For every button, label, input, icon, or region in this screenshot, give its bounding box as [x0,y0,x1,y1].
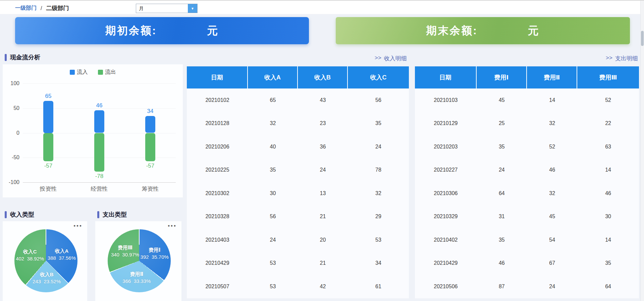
pie-slice-value: 388 37.56% [48,254,76,261]
expense-table: 日期费用Ⅰ费用Ⅱ费用Ⅲ 2021010345145220210129253222… [415,66,639,298]
income-pie-chart[interactable]: 收入A388 37.56%收入B243 23.52%收入C402 38.92% [14,229,77,292]
value-cell: 56 [348,97,409,103]
x-axis-label: 筹资性 [133,185,167,193]
value-cell: 21 [298,214,348,220]
opening-balance-banner: 期初余额: 元 [15,17,309,44]
bar-value-label: 46 [89,102,109,109]
legend-item-流出[interactable]: 流出 [98,69,116,76]
table-row: 20210227244614 [415,159,639,182]
value-cell: 24 [298,167,348,173]
value-cell: 67 [527,260,577,266]
table-row: 20210403242053 [187,228,409,252]
value-cell: 14 [577,167,639,173]
date-cell: 20210206 [187,144,248,150]
cashflow-section-title: 现金流分析 [5,53,40,61]
value-cell: 64 [477,190,527,196]
expense-pie-card: ••• 费用Ⅰ392 35.70%费用Ⅱ366 33.33%费用Ⅲ340 30.… [95,221,181,301]
expense-detail-link[interactable]: >> 支出明细 [606,55,638,62]
pie-slice-value: 243 23.52% [33,278,61,285]
date-cell: 20210507 [187,284,248,290]
bar-流入-筹资性[interactable] [145,116,155,133]
y-axis-tick: 100 [3,80,19,87]
value-cell: 65 [248,97,298,103]
vertical-scrollbar[interactable] [640,1,644,301]
pie-slice-name: 收入C [16,248,44,255]
value-cell: 20 [298,237,348,243]
income-detail-link[interactable]: >> 收入明细 [375,55,407,62]
value-cell: 36 [298,144,348,150]
value-cell: 25 [477,120,527,126]
pie-slice-label-费用Ⅱ: 费用Ⅱ366 33.33% [122,270,151,285]
section-marker [5,211,7,218]
bar-流入-投资性[interactable] [43,101,53,133]
chevron-down-icon[interactable]: ▼ [188,4,197,13]
value-cell: 32 [348,190,409,196]
bar-流出-筹资性[interactable] [145,133,155,161]
bar-value-label: 65 [38,93,58,100]
top-bar: 一级部门 / 二级部门 月 ▼ [0,1,644,14]
bar-流出-经营性[interactable] [94,133,104,172]
income-detail-link-label: 收入明细 [384,55,407,62]
column-header: 收入C [348,66,409,88]
date-cell: 20210306 [415,190,477,196]
value-cell: 34 [348,260,409,266]
value-cell: 53 [248,284,298,290]
date-cell: 20210203 [415,144,477,150]
date-cell: 20210103 [415,97,477,103]
table-row: 20210329314530 [415,205,639,229]
breadcrumb-level1-link[interactable]: 一级部门 [15,5,37,12]
value-cell: 52 [527,144,577,150]
value-cell: 23 [298,120,348,126]
value-cell: 24 [477,167,527,173]
ellipsis-menu-icon[interactable]: ••• [73,223,83,229]
table-row: 20210225352478 [187,159,409,182]
expense-pie-chart[interactable]: 费用Ⅰ392 35.70%费用Ⅱ366 33.33%费用Ⅲ340 30.97% [108,229,171,292]
legend-label: 流出 [105,69,116,76]
closing-balance-label: 期末余额: [426,23,478,38]
table-row: 20210103451452 [415,88,639,112]
table-row: 20210206403624 [187,135,409,159]
value-cell: 54 [527,237,577,243]
value-cell: 35 [248,167,298,173]
value-cell: 22 [577,120,639,126]
opening-balance-label: 期初余额: [105,23,157,38]
value-cell: 21 [298,260,348,266]
pie-slice-value: 340 30.97% [111,251,139,258]
value-cell: 45 [527,214,577,220]
closing-balance-unit: 元 [528,23,540,38]
breadcrumb-level2: 二级部门 [46,4,69,12]
value-cell: 53 [248,260,298,266]
section-title-text: 现金流分析 [10,53,40,61]
ellipsis-menu-icon[interactable]: ••• [168,223,177,229]
value-cell: 52 [577,97,639,103]
legend-item-流入[interactable]: 流入 [70,69,88,76]
pie-slice-name: 费用Ⅲ [111,244,139,251]
section-marker [5,54,7,61]
expense-table-header: 日期费用Ⅰ费用Ⅱ费用Ⅲ [415,66,639,88]
date-cell: 20210506 [415,284,477,290]
period-select[interactable]: 月 ▼ [136,4,198,13]
bar-流入-经营性[interactable] [94,110,104,133]
pie-slice-label-费用Ⅲ: 费用Ⅲ340 30.97% [111,244,139,258]
double-arrow-icon: >> [375,55,381,62]
grid-line [23,83,176,84]
expense-table-body: 2021010345145220210129253222202102033552… [415,88,639,298]
bar-value-label: -57 [38,163,58,169]
value-cell: 40 [248,144,298,150]
value-cell: 32 [527,190,577,196]
value-cell: 32 [248,120,298,126]
section-marker [97,211,99,218]
value-cell: 31 [477,214,527,220]
scrollbar-thumb[interactable] [641,31,644,46]
value-cell: 14 [577,237,639,243]
table-row: 20210102654356 [187,88,409,112]
column-header: 收入A [248,66,298,88]
value-cell: 87 [477,284,527,290]
value-cell: 13 [298,190,348,196]
value-cell: 43 [298,97,348,103]
y-axis-tick: 50 [3,105,19,112]
pie-slice-name: 收入A [48,247,76,254]
y-axis-tick: 0 [3,129,19,137]
bar-流出-投资性[interactable] [43,133,53,161]
table-row: 20210203355263 [415,135,639,159]
